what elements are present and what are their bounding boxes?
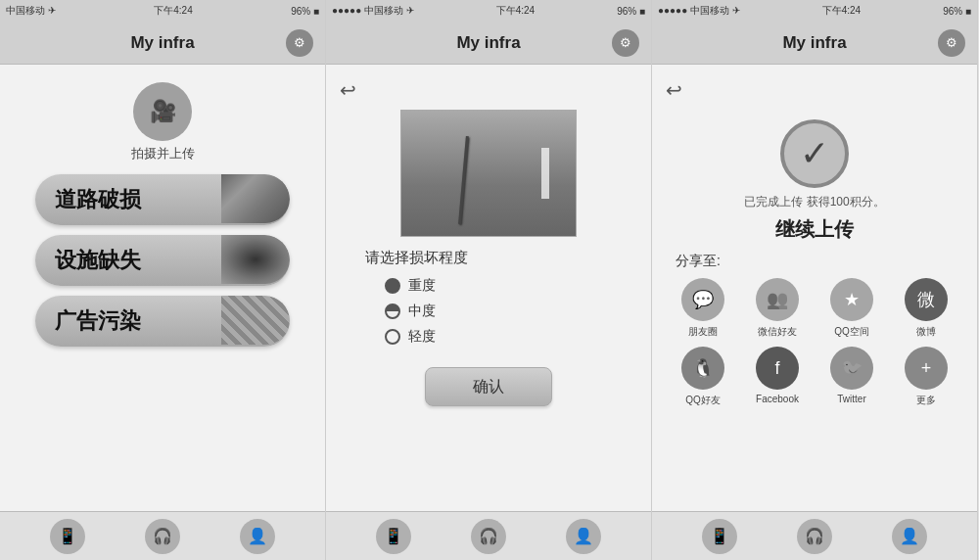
road-line-visual [541,148,549,198]
photo-preview [400,110,577,237]
app-header-3: My infra ⚙ [652,22,977,65]
radio-medium[interactable]: 中度 [385,303,436,320]
back-button-2[interactable]: ↩ [340,78,356,102]
status-bar-2: ●●●●● 中国移动 ✈ 下午4:24 96% ■ [326,0,651,22]
twitter-label: Twitter [837,394,865,404]
radio-light[interactable]: 轻度 [385,328,436,346]
share-facebook[interactable]: f Facebook [744,347,811,407]
wechat-friends-label: 朋友圈 [688,325,718,339]
status-bar-3: ●●●●● 中国移动 ✈ 下午4:24 96% ■ [652,0,977,22]
qq-label: QQ好友 [685,394,721,407]
damage-radio-group: 重度 中度 轻度 [385,277,436,353]
app-title-2: My infra [456,33,520,53]
settings-icon-2[interactable]: ⚙ [612,29,639,57]
radio-medium-label: 中度 [408,303,436,320]
camera-icon: 🎥 [150,99,176,124]
status-left-3: ●●●●● 中国移动 ✈ [658,4,740,18]
status-time-3: 下午4:24 [822,4,861,18]
menu-ad-pollution[interactable]: 广告污染 [35,296,290,347]
tab-user-2[interactable]: 👤 [566,519,601,554]
success-message: 已完成上传 获得100积分。 [744,194,884,210]
status-time-2: 下午4:24 [496,4,535,18]
app-title-1: My infra [130,33,194,53]
main-content-2: ↩ 请选择损坏程度 重度 中度 轻度 确认 [326,65,651,511]
status-left-1: 中国移动 ✈ [6,4,56,18]
share-wechat-friends[interactable]: 💬 朋友圈 [670,278,736,339]
camera-button[interactable]: 🎥 [133,82,192,141]
facility-label: 设施缺失 [55,246,141,275]
app-header-2: My infra ⚙ [326,22,651,65]
facebook-label: Facebook [756,394,799,404]
tab-bar-2: 📱 🎧 👤 [326,511,651,560]
twitter-icon: 🐦 [830,347,873,390]
share-twitter[interactable]: 🐦 Twitter [818,347,885,407]
radio-severe[interactable]: 重度 [385,277,436,295]
road-photo [401,111,576,236]
tab-user-3[interactable]: 👤 [892,519,927,554]
status-right-1: 96% ■ [291,6,319,17]
status-bar-1: 中国移动 ✈ 下午4:24 96% ■ [0,0,325,22]
facebook-icon: f [756,347,799,390]
weibo-icon: 微 [905,278,948,321]
radio-light-label: 轻度 [408,328,436,346]
tab-headset-1[interactable]: 🎧 [145,519,180,554]
menu-road-damage[interactable]: 道路破损 [35,174,290,225]
wechat-friends-icon: 💬 [681,278,724,321]
road-damage-label: 道路破损 [55,185,141,214]
app-header-1: My infra ⚙ [0,22,325,65]
wechat-contact-label: 微信好友 [758,325,797,339]
wechat-contact-icon: 👥 [756,278,799,321]
share-title: 分享至: [676,253,721,270]
settings-icon-3[interactable]: ⚙ [938,29,965,57]
tab-phone-2[interactable]: 📱 [376,519,411,554]
tab-headset-3[interactable]: 🎧 [797,519,832,554]
more-label: 更多 [916,394,936,407]
main-content-3: ↩ ✓ 已完成上传 获得100积分。 继续上传 分享至: 💬 朋友圈 👥 微信好… [652,65,977,511]
main-content-1: 🎥 拍摄并上传 道路破损 设施缺失 广告污染 [0,65,325,511]
damage-question: 请选择损坏程度 [365,249,468,267]
tab-user-1[interactable]: 👤 [240,519,275,554]
ad-thumb [221,296,290,345]
ad-label: 广告污染 [55,306,141,336]
weibo-label: 微博 [916,325,936,339]
share-qq[interactable]: 🐧 QQ好友 [670,347,736,407]
share-grid: 💬 朋友圈 👥 微信好友 ★ QQ空间 微 微博 🐧 QQ好友 f Faceb [662,278,967,407]
radio-circle-light [385,329,400,345]
tab-phone-1[interactable]: 📱 [50,519,85,554]
crack-visual [458,136,469,224]
share-more[interactable]: + 更多 [893,347,959,407]
app-title-3: My infra [782,33,846,53]
radio-severe-label: 重度 [408,277,436,295]
status-time-1: 下午4:24 [154,4,192,18]
qq-icon: 🐧 [681,347,724,390]
success-checkmark: ✓ [780,119,849,188]
qq-zone-icon: ★ [830,278,873,321]
tab-phone-3[interactable]: 📱 [702,519,737,554]
radio-circle-severe [385,278,400,294]
facility-thumb [221,235,290,284]
qq-zone-label: QQ空间 [834,325,869,339]
status-right-2: 96% ■ [617,6,645,17]
tab-bar-1: 📱 🎧 👤 [0,511,325,560]
tab-bar-3: 📱 🎧 👤 [652,511,977,560]
phone-panel-1: 中国移动 ✈ 下午4:24 96% ■ My infra ⚙ 🎥 拍摄并上传 道… [0,0,326,560]
more-icon: + [905,347,948,390]
share-weibo[interactable]: 微 微博 [893,278,959,339]
status-right-3: 96% ■ [943,6,971,17]
road-thumb [221,174,290,223]
status-left-2: ●●●●● 中国移动 ✈ [332,4,414,18]
menu-facility-missing[interactable]: 设施缺失 [35,235,290,286]
phone-panel-3: ●●●●● 中国移动 ✈ 下午4:24 96% ■ My infra ⚙ ↩ ✓… [652,0,978,560]
continue-upload-label: 继续上传 [775,216,854,243]
tab-headset-2[interactable]: 🎧 [471,519,506,554]
radio-circle-medium [385,303,400,319]
share-wechat-contact[interactable]: 👥 微信好友 [744,278,811,339]
share-qq-zone[interactable]: ★ QQ空间 [818,278,885,339]
confirm-button[interactable]: 确认 [425,367,552,406]
camera-label: 拍摄并上传 [131,145,195,163]
back-button-3[interactable]: ↩ [666,78,682,102]
settings-icon-1[interactable]: ⚙ [286,29,313,57]
phone-panel-2: ●●●●● 中国移动 ✈ 下午4:24 96% ■ My infra ⚙ ↩ 请… [326,0,652,560]
